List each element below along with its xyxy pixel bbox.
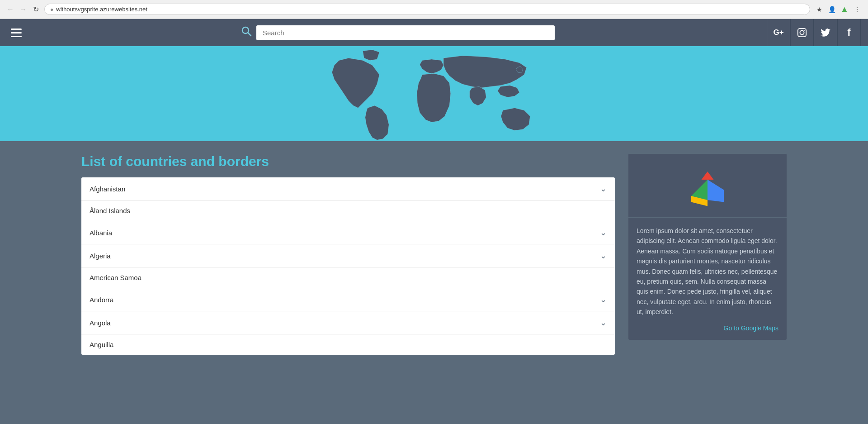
browser-chrome: ← → ↻ ● withoutsvgsprite.azurewebsites.n… <box>0 0 868 19</box>
go-to-google-maps-link[interactable]: Go to Google Maps <box>628 323 787 340</box>
chevron-down-icon: ⌄ <box>600 228 607 238</box>
chevron-down-icon: ⌄ <box>600 318 607 328</box>
country-item[interactable]: Åland Islands <box>81 200 615 221</box>
chevron-down-icon: ⌄ <box>600 184 607 194</box>
reload-button[interactable]: ↻ <box>31 5 41 14</box>
country-name: Angola <box>90 319 111 327</box>
google-maps-icon <box>685 167 730 208</box>
sidebar-description: Lorem ipsum dolor sit amet, consectetuer… <box>628 218 787 323</box>
search-button[interactable] <box>241 26 252 39</box>
chevron-down-icon: ⌄ <box>600 295 607 305</box>
left-column: List of countries and borders Afghanista… <box>81 154 615 355</box>
browser-nav-buttons: ← → ↻ <box>5 5 41 14</box>
navbar: G+ f <box>0 19 868 46</box>
facebook-button[interactable]: f <box>837 19 861 46</box>
hamburger-line-3 <box>11 36 22 37</box>
country-name: Albania <box>90 229 112 237</box>
address-bar[interactable]: ● withoutsvgsprite.azurewebsites.net <box>44 4 810 15</box>
chrome-update-button[interactable]: ▲ <box>839 4 850 15</box>
svg-rect-2 <box>798 29 806 37</box>
menu-button[interactable]: ⋮ <box>852 4 863 15</box>
svg-marker-9 <box>702 172 714 180</box>
world-map-svg <box>0 46 868 141</box>
country-list: Afghanistan⌄Åland IslandsAlbania⌄Algeria… <box>81 177 615 355</box>
browser-actions: ★ 👤 ▲ ⋮ <box>814 4 863 15</box>
maps-icon-area <box>628 154 787 218</box>
back-button[interactable]: ← <box>5 5 15 14</box>
instagram-button[interactable] <box>790 19 814 46</box>
country-item[interactable]: Angola⌄ <box>81 311 615 334</box>
twitter-button[interactable] <box>814 19 837 46</box>
main-content: List of countries and borders Afghanista… <box>0 141 868 373</box>
right-sidebar: Lorem ipsum dolor sit amet, consectetuer… <box>628 154 787 340</box>
social-icons: G+ f <box>767 19 861 46</box>
svg-point-3 <box>800 30 804 34</box>
google-plus-button[interactable]: G+ <box>767 19 790 46</box>
country-item[interactable]: Albania⌄ <box>81 221 615 244</box>
lock-icon: ● <box>50 6 53 13</box>
country-name: Algeria <box>90 252 111 260</box>
country-item[interactable]: Anguilla <box>81 334 615 355</box>
search-area <box>29 25 767 40</box>
user-avatar-button[interactable]: 👤 <box>826 4 837 15</box>
forward-button[interactable]: → <box>18 5 28 14</box>
country-name: Anguilla <box>90 341 113 348</box>
section-title: List of countries and borders <box>81 154 615 169</box>
country-name: Afghanistan <box>90 185 125 193</box>
svg-line-1 <box>248 33 251 36</box>
country-name: American Samoa <box>90 274 142 281</box>
hamburger-line-1 <box>11 29 22 30</box>
svg-marker-7 <box>708 180 724 202</box>
svg-point-4 <box>804 30 805 31</box>
bookmark-star-button[interactable]: ★ <box>814 4 825 15</box>
url-display: withoutsvgsprite.azurewebsites.net <box>56 6 804 13</box>
hamburger-menu-button[interactable] <box>7 25 25 41</box>
chevron-down-icon: ⌄ <box>600 251 607 261</box>
country-name: Åland Islands <box>90 207 130 214</box>
country-name: Andorra <box>90 296 113 304</box>
country-item[interactable]: American Samoa <box>81 267 615 288</box>
hamburger-line-2 <box>11 32 22 33</box>
country-item[interactable]: Algeria⌄ <box>81 244 615 267</box>
country-item[interactable]: Afghanistan⌄ <box>81 177 615 200</box>
hero-map <box>0 46 868 141</box>
country-item[interactable]: Andorra⌄ <box>81 288 615 311</box>
search-input[interactable] <box>256 25 555 40</box>
